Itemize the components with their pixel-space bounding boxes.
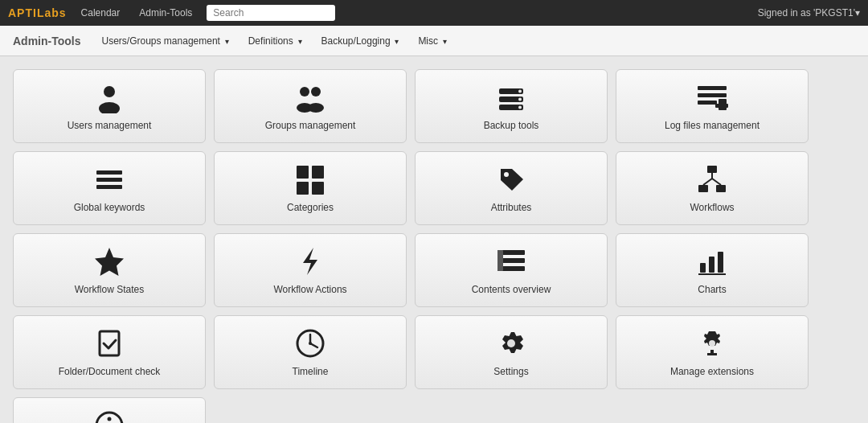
svg-point-0: [104, 86, 115, 97]
contents-overview-label: Contents overview: [472, 284, 551, 295]
log-files-icon: [696, 81, 728, 113]
tiles-grid: Users management Groups management Backu…: [13, 69, 855, 423]
tile-charts[interactable]: Charts: [616, 233, 809, 307]
svg-point-3: [311, 87, 321, 97]
categories-label: Categories: [287, 202, 334, 213]
workflows-label: Workflows: [690, 202, 734, 213]
svg-point-9: [518, 90, 522, 93]
timeline-label: Timeline: [293, 366, 329, 377]
svg-point-45: [309, 342, 312, 345]
svg-rect-21: [312, 166, 324, 179]
main-content: Users management Groups management Backu…: [0, 56, 868, 423]
workflow-states-label: Workflow States: [75, 284, 144, 295]
subnav-title: Admin-Tools: [13, 35, 81, 47]
settings-label: Settings: [493, 366, 528, 377]
tile-version-info[interactable]: Version Information: [13, 397, 206, 423]
tile-log-files[interactable]: Log files management: [616, 69, 809, 143]
svg-rect-30: [716, 185, 726, 192]
svg-rect-25: [707, 166, 717, 173]
svg-rect-38: [709, 257, 714, 273]
svg-line-27: [703, 179, 712, 185]
svg-point-11: [518, 106, 522, 109]
folder-check-label: Folder/Document check: [59, 366, 161, 377]
svg-rect-14: [698, 101, 717, 105]
folder-check-icon: [93, 327, 125, 359]
subnav-definitions[interactable]: Definitions ▾: [240, 31, 310, 51]
svg-rect-13: [698, 93, 727, 97]
categories-icon: [294, 163, 326, 195]
tile-manage-extensions[interactable]: Manage extensions: [616, 315, 809, 389]
global-keywords-icon: [93, 163, 125, 195]
svg-line-28: [712, 179, 721, 185]
svg-rect-17: [96, 170, 122, 175]
svg-rect-36: [497, 250, 503, 271]
tile-timeline[interactable]: Timeline: [214, 315, 407, 389]
contents-overview-icon: [495, 245, 527, 277]
users-management-label: Users management: [68, 120, 152, 131]
charts-icon: [696, 245, 728, 277]
tile-workflow-actions[interactable]: Workflow Actions: [214, 233, 407, 307]
signed-in-label: Signed in as 'PKGST1'▾: [758, 7, 860, 18]
svg-point-10: [518, 98, 522, 101]
nav-calendar[interactable]: Calendar: [76, 6, 125, 20]
sub-navigation: Admin-Tools Users/Groups management ▾ De…: [0, 26, 868, 56]
nav-admin-tools[interactable]: Admin-Tools: [134, 6, 197, 20]
tile-categories[interactable]: Categories: [214, 151, 407, 225]
svg-rect-22: [297, 182, 309, 195]
search-input[interactable]: [207, 5, 335, 21]
svg-rect-20: [297, 166, 309, 179]
timeline-icon: [294, 327, 326, 359]
svg-point-2: [300, 87, 309, 97]
tile-groups-management[interactable]: Groups management: [214, 69, 407, 143]
svg-point-5: [308, 103, 324, 113]
svg-rect-12: [698, 86, 727, 90]
workflows-icon: [696, 163, 728, 195]
manage-extensions-icon: [696, 327, 728, 359]
svg-rect-49: [707, 353, 717, 355]
tile-workflow-states[interactable]: Workflow States: [13, 233, 206, 307]
backup-tools-label: Backup tools: [484, 120, 539, 131]
svg-rect-23: [312, 182, 324, 195]
svg-rect-29: [698, 185, 708, 192]
workflow-states-icon: [93, 245, 125, 277]
workflow-actions-label: Workflow Actions: [273, 284, 346, 295]
tile-folder-check[interactable]: Folder/Document check: [13, 315, 206, 389]
tile-attributes[interactable]: Attributes: [415, 151, 608, 225]
users-management-icon: [93, 81, 125, 113]
charts-label: Charts: [698, 284, 726, 295]
settings-icon: [495, 327, 527, 359]
subnav-misc[interactable]: Misc ▾: [410, 31, 454, 51]
tile-settings[interactable]: Settings: [415, 315, 608, 389]
svg-rect-16: [715, 104, 728, 108]
svg-point-24: [504, 172, 509, 177]
svg-rect-18: [96, 178, 122, 182]
svg-marker-32: [303, 248, 317, 275]
svg-point-47: [709, 340, 715, 347]
svg-rect-37: [700, 263, 706, 273]
attributes-icon: [495, 163, 527, 195]
tile-contents-overview[interactable]: Contents overview: [415, 233, 608, 307]
tile-global-keywords[interactable]: Global keywords: [13, 151, 206, 225]
groups-management-label: Groups management: [265, 120, 356, 131]
log-files-label: Log files management: [665, 120, 760, 131]
svg-point-52: [108, 417, 112, 421]
subnav-backup-logging[interactable]: Backup/Logging ▾: [313, 31, 407, 51]
subnav-users-groups[interactable]: Users/Groups management ▾: [94, 31, 237, 51]
svg-point-1: [99, 102, 120, 113]
tile-backup-tools[interactable]: Backup tools: [415, 69, 608, 143]
attributes-label: Attributes: [491, 202, 532, 213]
global-keywords-label: Global keywords: [74, 202, 145, 213]
svg-rect-39: [718, 252, 723, 273]
top-navigation: APTILabs Calendar Admin-Tools Signed in …: [0, 0, 868, 26]
groups-management-icon: [294, 81, 326, 113]
version-info-icon: [93, 409, 125, 423]
workflow-actions-icon: [294, 245, 326, 277]
tile-users-management[interactable]: Users management: [13, 69, 206, 143]
tile-workflows[interactable]: Workflows: [616, 151, 809, 225]
svg-marker-31: [95, 248, 124, 276]
manage-extensions-label: Manage extensions: [670, 366, 754, 377]
svg-point-46: [507, 339, 515, 347]
svg-rect-19: [96, 185, 122, 189]
brand-logo: APTILabs: [8, 6, 67, 19]
backup-tools-icon: [495, 81, 527, 113]
